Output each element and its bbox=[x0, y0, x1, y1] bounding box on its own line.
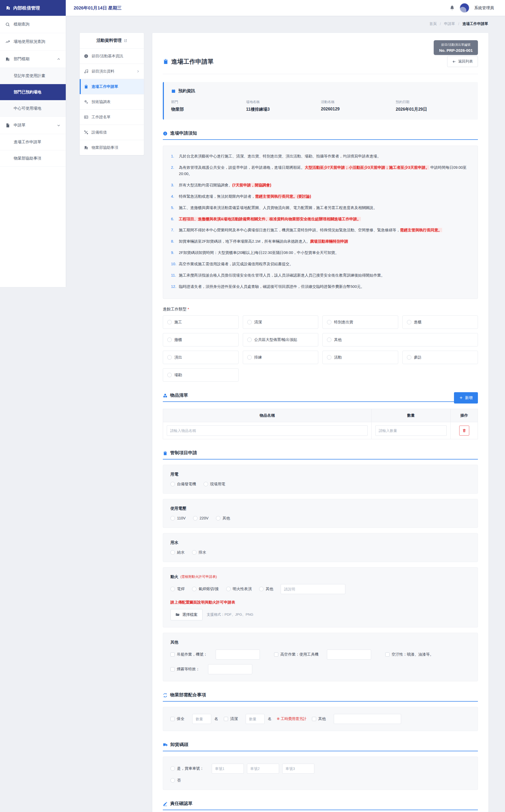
plate-2-input[interactable] bbox=[247, 764, 279, 774]
file-formats-note: 支援格式：PDF、JPG、PNG bbox=[207, 612, 253, 617]
activity-data-nav-title[interactable]: 活動資料管理 bbox=[80, 33, 144, 49]
coop-option-other[interactable]: 其他 bbox=[312, 716, 326, 721]
basket-machine-no-input[interactable] bbox=[216, 649, 260, 659]
water-option-drain[interactable]: 排水 bbox=[192, 550, 206, 555]
worktype-option-activity[interactable]: 活動 bbox=[322, 351, 398, 364]
external-link-icon bbox=[124, 39, 127, 42]
radio-icon bbox=[167, 373, 172, 377]
subnav-item-property-assistance[interactable]: 物業部協助事項 bbox=[80, 140, 144, 155]
sidebar-item-department-schedule[interactable]: 部門檔期 bbox=[0, 50, 66, 68]
sidebar-item-available-venues[interactable]: 中心可使用場地 bbox=[0, 100, 66, 117]
worktype-option-performance[interactable]: 演出 bbox=[163, 351, 238, 364]
dock-card: 是，貨車車號： 否 bbox=[163, 757, 478, 790]
info-icon bbox=[84, 54, 89, 58]
add-item-button[interactable]: 新增 bbox=[454, 392, 478, 403]
aerial-tool-input[interactable] bbox=[327, 649, 371, 659]
sidebar-item-schedule-search[interactable]: 檔期查詢 bbox=[0, 16, 66, 33]
subnav-item-entry-work-application[interactable]: 進場工作申請單 bbox=[80, 79, 144, 94]
worktype-options: 施工 清潔 特別進出貨 進櫃 撤櫃 公共區大型佈置/輸出張貼 其他 演出 排練 … bbox=[163, 315, 478, 382]
security-count-input[interactable] bbox=[192, 714, 211, 724]
handshake-icon bbox=[163, 693, 168, 698]
fire-option-arc-welding[interactable]: 電焊 bbox=[170, 586, 185, 591]
radio-icon bbox=[170, 587, 175, 591]
notification-bell-icon[interactable] bbox=[450, 5, 455, 11]
voltage-option-other[interactable]: 其他 bbox=[216, 516, 230, 521]
fire-option-gas-welding[interactable]: 氣焊熔切/接 bbox=[192, 586, 219, 591]
coop-option-security[interactable]: 保全 bbox=[170, 716, 184, 721]
subnav-item-tech-coordination[interactable]: 技術協調表 bbox=[80, 94, 144, 109]
voltage-option-220v[interactable]: 220V bbox=[193, 516, 208, 521]
worktype-option-site-survey[interactable]: 場勘 bbox=[163, 368, 238, 382]
content-area: 首頁 申請單 進場工作申請單 活動資料管理 節目/活動基本資訊 節目演出資料 bbox=[66, 16, 505, 812]
dock-option-yes[interactable]: 是，貨車車號： bbox=[170, 766, 204, 771]
plate-1-input[interactable] bbox=[212, 764, 244, 774]
subnav-item-basic-info[interactable]: 節目/活動基本資訊 bbox=[80, 49, 144, 64]
radio-icon bbox=[226, 587, 231, 591]
worktype-option-construction[interactable]: 施工 bbox=[163, 315, 238, 329]
sidebar: 檔期查詢 場地使用狀況查詢 部門檔期 登記年度使用計畫 部門已預約場地 中心可使… bbox=[0, 16, 66, 287]
radio-icon bbox=[216, 516, 220, 521]
radio-icon bbox=[327, 337, 331, 342]
voltage-option-110v[interactable]: 110V bbox=[170, 516, 186, 521]
user-avatar[interactable] bbox=[460, 3, 470, 13]
id-card-icon bbox=[84, 115, 89, 119]
sidebar-item-annual-plan[interactable]: 登記年度使用計畫 bbox=[0, 68, 66, 84]
worktype-option-cleaning[interactable]: 清潔 bbox=[243, 315, 319, 329]
cleaning-count-input[interactable] bbox=[246, 714, 265, 724]
worktype-option-visit[interactable]: 參訪 bbox=[402, 351, 478, 364]
sidebar-item-reserved-venues[interactable]: 部門已預約場地 bbox=[0, 84, 66, 100]
search-icon bbox=[5, 22, 10, 27]
worktype-option-move-out[interactable]: 撤櫃 bbox=[163, 333, 238, 346]
coop-other-input[interactable] bbox=[334, 714, 401, 724]
water-option-supply[interactable]: 給水 bbox=[170, 550, 185, 555]
delete-item-button[interactable] bbox=[459, 426, 469, 436]
fire-option-other[interactable]: 其他 bbox=[259, 586, 273, 591]
item-qty-input[interactable] bbox=[375, 425, 447, 436]
responsibility-section-header: 責任確認單 bbox=[163, 800, 478, 810]
worktype-option-move-in[interactable]: 進櫃 bbox=[402, 315, 478, 329]
truck-icon bbox=[163, 742, 168, 747]
top-bar: 內部租借管理 2026年01月14日 星期三 系統管理員 bbox=[0, 0, 505, 16]
power-option-onsite[interactable]: 現場用電 bbox=[204, 482, 225, 487]
document-number-badge: 節目/活動演出單編號 No. PRP-2026-001 bbox=[434, 40, 478, 55]
sidebar-item-entry-work-application[interactable]: 進場工作申請單 bbox=[0, 134, 66, 151]
worktype-option-other[interactable]: 其他 bbox=[322, 333, 478, 346]
booking-field-department: 部門 物業部 bbox=[171, 100, 246, 112]
other-option-air-pollution[interactable]: 空汙性：噴漆、油漆等。 bbox=[385, 652, 434, 657]
app-logo: 內部租借管理 bbox=[0, 0, 66, 16]
back-to-list-button[interactable]: 返回列表 bbox=[447, 56, 478, 67]
breadcrumb-home[interactable]: 首頁 bbox=[429, 22, 437, 26]
choose-file-button[interactable]: 選擇檔案 bbox=[170, 609, 202, 620]
breadcrumb-applications[interactable]: 申請單 bbox=[444, 22, 455, 26]
clipboard-check-icon bbox=[163, 59, 169, 64]
radio-icon bbox=[170, 482, 175, 486]
worktype-option-public-display[interactable]: 公共區大型佈置/輸出張貼 bbox=[243, 333, 319, 346]
sidebar-item-property-assistance[interactable]: 物業部協助事項 bbox=[0, 151, 66, 167]
fire-other-input[interactable] bbox=[281, 584, 345, 594]
smoke-effect-input[interactable] bbox=[208, 664, 252, 674]
sidebar-item-applications[interactable]: 申請單 bbox=[0, 117, 66, 134]
item-name-input[interactable] bbox=[167, 425, 368, 436]
tools-icon bbox=[84, 130, 89, 134]
other-option-smoke-effects[interactable]: 煙霧等特效： bbox=[170, 666, 200, 671]
notice-item: 施工期間不得於本中心營業時間及本中心廣場假日進行施工，機房施工需特別申請。特殊情… bbox=[171, 227, 470, 233]
booking-field-date: 預約日期 2026年01月29日 bbox=[396, 100, 471, 112]
calendar-icon bbox=[171, 89, 176, 93]
checkbox-icon bbox=[170, 717, 175, 721]
folder-icon bbox=[175, 612, 180, 617]
coop-option-cleaning[interactable]: 清潔 bbox=[224, 716, 238, 721]
power-option-generator[interactable]: 自備發電機 bbox=[170, 482, 196, 487]
worktype-option-special-delivery[interactable]: 特別進出貨 bbox=[322, 315, 398, 329]
subnav-item-equipment-rental[interactable]: 設備租借 bbox=[80, 125, 144, 140]
subnav-item-work-permit-list[interactable]: 工作證名單 bbox=[80, 109, 144, 125]
dock-option-no[interactable]: 否 bbox=[170, 778, 181, 783]
other-option-aerial-work[interactable]: 高空作業：使用工具機 bbox=[274, 652, 319, 657]
chart-icon bbox=[5, 39, 10, 44]
subnav-item-performance-data[interactable]: 節目演出資料 bbox=[80, 64, 144, 79]
other-option-basket-work[interactable]: 吊籠作業，機號： bbox=[170, 652, 207, 657]
worktype-option-rehearsal[interactable]: 排練 bbox=[243, 351, 319, 364]
topbar-right: 系統管理員 bbox=[450, 0, 505, 16]
sidebar-item-venue-usage[interactable]: 場地使用狀況查詢 bbox=[0, 33, 66, 50]
plate-3-input[interactable] bbox=[282, 764, 314, 774]
fire-option-open-flame-show[interactable]: 明火性表演 bbox=[226, 586, 252, 591]
